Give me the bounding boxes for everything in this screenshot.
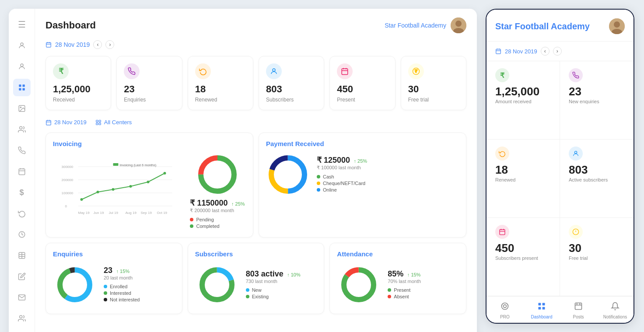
filter-calendar-icon	[46, 119, 52, 126]
sidebar-item-mail[interactable]	[13, 289, 31, 306]
sidebar-item-dollar[interactable]: $	[13, 184, 31, 201]
stat-card-received: ₹ 1,25,000 Received	[46, 56, 111, 110]
sidebar: ☰ $	[9, 9, 35, 332]
svg-rect-29	[342, 69, 348, 75]
enquiries-count: 23	[104, 266, 112, 275]
subscribers-donut-svg	[195, 263, 239, 307]
svg-rect-42	[99, 123, 101, 125]
enquiries-chart-stats: 23 ↑ 15% 20 last month Enrolled Interest…	[104, 266, 175, 304]
date-nav: 28 Nov 2019 ‹ ›	[46, 40, 466, 49]
filter-date-label: 28 Nov 2019	[54, 119, 87, 126]
invoicing-last-month: ₹ 200000 last month	[190, 208, 245, 213]
completed-label: Completed	[196, 224, 219, 229]
main-content-area: Dashboard Star Football Academy 28 Nov 2…	[35, 9, 477, 332]
mobile-enquiries-value: 23	[569, 86, 625, 97]
sidebar-item-edit[interactable]	[13, 268, 31, 285]
subscribers-value: 803	[266, 84, 317, 95]
payment-donut-svg	[266, 153, 310, 196]
main-panel: ☰ $	[9, 9, 477, 332]
payment-last-month: ₹ 100000 last month	[317, 165, 459, 171]
svg-text:₮: ₮	[415, 69, 418, 73]
enquiries-value: 23	[124, 84, 175, 95]
invoicing-donut-svg	[196, 153, 239, 196]
mobile-nav-posts[interactable]: Posts	[560, 300, 597, 321]
mobile-header: Star Football Academy	[486, 10, 634, 42]
filter-date[interactable]: 28 Nov 2019	[46, 119, 87, 126]
calendar-icon	[46, 42, 52, 48]
sidebar-item-home[interactable]	[13, 37, 31, 54]
legend-pending: Pending	[190, 217, 245, 222]
next-date-btn[interactable]: ›	[105, 40, 114, 49]
svg-point-28	[273, 69, 275, 71]
svg-rect-9	[19, 169, 25, 175]
sidebar-item-users[interactable]	[13, 310, 31, 327]
mobile-stat-renewed: 18 Renewed	[486, 140, 560, 218]
svg-rect-99	[539, 303, 541, 306]
online-label: Online	[323, 187, 337, 192]
sidebar-item-menu[interactable]: ☰	[13, 16, 31, 33]
mobile-next-btn[interactable]: ›	[553, 47, 562, 56]
svg-rect-102	[542, 307, 545, 310]
svg-point-0	[21, 43, 23, 45]
header: Dashboard Star Football Academy	[46, 17, 466, 33]
mobile-date-label: 28 Nov 2019	[505, 48, 537, 55]
new-subs-dot	[246, 288, 249, 292]
received-icon: ₹	[53, 63, 69, 79]
legend-enrolled: Enrolled	[104, 284, 175, 289]
stat-card-free-trial: ₮ 30 Free trial	[401, 56, 466, 110]
enrolled-dot	[104, 285, 107, 288]
legend-interested: Interested	[104, 290, 175, 296]
mobile-nav-notifications[interactable]: Notifications	[597, 300, 634, 321]
sidebar-item-person[interactable]	[13, 121, 31, 138]
mobile-academy-name: Star Football Academy	[495, 21, 590, 31]
filter-centers[interactable]: All Centers	[95, 119, 132, 126]
subscribers-card: Subscribers 803 active	[188, 243, 325, 314]
mobile-nav-dashboard[interactable]: Dashboard	[523, 300, 560, 321]
legend-not-interested: Not interested	[104, 297, 175, 302]
sidebar-item-profile[interactable]	[13, 58, 31, 75]
mobile-free-trial-label: Free trial	[569, 255, 625, 261]
subscribers-section-title: Subscribers	[195, 250, 317, 258]
subscribers-active-count: 803 active	[246, 269, 284, 278]
prev-date-btn[interactable]: ‹	[93, 40, 102, 49]
payment-card: Payment Received	[259, 133, 466, 238]
svg-text:Sep 19: Sep 19	[141, 211, 152, 215]
enquiries-donut	[53, 263, 97, 307]
attendance-last-month: 70% last month	[388, 279, 459, 284]
not-interested-dot	[104, 298, 107, 301]
mobile-nav-pro[interactable]: PRO	[486, 300, 523, 321]
sidebar-item-refresh[interactable]	[13, 205, 31, 222]
mobile-prev-btn[interactable]: ‹	[541, 47, 550, 56]
renewed-label: Renewed	[195, 97, 246, 103]
invoicing-chart-inner: 300000 200000 100000 0 May 19 Jun 19 Jul…	[53, 153, 246, 230]
subscribers-last-month: 730 last month	[246, 279, 317, 284]
enrolled-label: Enrolled	[110, 284, 127, 289]
svg-rect-63	[113, 163, 119, 166]
page-title: Dashboard	[46, 20, 96, 31]
sidebar-item-history[interactable]	[13, 226, 31, 243]
svg-text:Oct 19: Oct 19	[157, 211, 168, 215]
sidebar-item-table[interactable]	[13, 247, 31, 264]
invoicing-card: Invoicing 300000 200000	[46, 133, 253, 238]
svg-rect-90	[500, 230, 505, 235]
renewed-value: 18	[195, 84, 246, 95]
svg-point-1	[21, 64, 23, 66]
attendance-chart-stats: 85% ↑ 15% 70% last month Present Absent	[388, 269, 459, 301]
sidebar-item-image[interactable]	[13, 100, 31, 117]
svg-point-97	[502, 303, 508, 310]
academy-name: Star Football Academy	[385, 22, 446, 29]
svg-point-59	[112, 188, 115, 191]
svg-rect-103	[575, 303, 582, 310]
sidebar-item-calendar[interactable]	[13, 163, 31, 180]
enquiries-label: Enquiries	[124, 97, 175, 103]
charts-top-grid: Invoicing 300000 200000	[46, 133, 466, 238]
free-trial-label: Free trial	[408, 97, 459, 103]
payment-donut	[266, 153, 310, 196]
subscribers-chart-stats: 803 active ↑ 10% 730 last month New Exis…	[246, 269, 317, 301]
mobile-date-nav: 28 Nov 2019 ‹ ›	[486, 42, 634, 61]
sidebar-item-dashboard[interactable]	[13, 79, 31, 96]
sidebar-item-phone[interactable]	[13, 142, 31, 159]
subscribers-chart-inner: 803 active ↑ 10% 730 last month New Exis…	[195, 263, 317, 307]
svg-text:100000: 100000	[62, 191, 74, 195]
mobile-calendar-icon	[495, 48, 501, 54]
